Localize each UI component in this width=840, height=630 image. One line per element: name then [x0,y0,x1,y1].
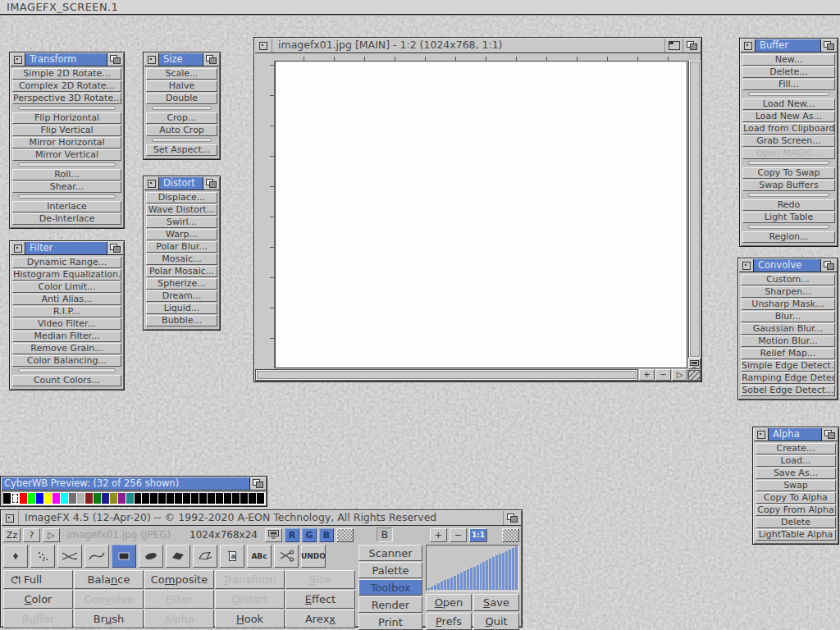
palette-button[interactable]: Open MAGIC... [742,148,835,159]
depth-icon[interactable] [503,511,521,525]
color-swatch[interactable] [240,493,248,504]
zoom-icon[interactable] [664,39,682,52]
palette-button[interactable]: Delete [756,517,836,528]
palette-button[interactable]: Copy To Alpha [756,492,836,504]
titlebar[interactable]: Convolve [739,259,837,272]
palette-button[interactable]: R.I.P... [12,306,121,317]
polygon-tool[interactable] [166,545,190,568]
palette-button[interactable]: Load New... [742,98,835,110]
scissors-tool[interactable] [274,545,299,568]
titlebar[interactable]: ImageFX 4.5 (12-Apr-20) -- © 1992-2020 A… [2,511,521,526]
color-swatch[interactable] [69,493,76,504]
palette-button[interactable]: Load... [756,455,836,467]
palette-button[interactable]: Halve [146,80,217,92]
command-button-scanner[interactable]: Scanner [358,545,422,561]
depth-icon[interactable] [107,242,123,254]
palette-button[interactable]: Set Aspect... [146,144,217,156]
airbrush-tool[interactable] [30,545,55,568]
color-swatch[interactable] [135,493,142,504]
command-button-arexx[interactable]: Arexx [285,609,355,628]
titlebar[interactable]: Distort [144,177,219,190]
dither-button[interactable] [336,528,354,542]
command-button-composite[interactable]: Composite [144,570,214,589]
draw-tool[interactable] [193,545,217,568]
palette-button[interactable]: Color Balancing... [12,355,121,367]
command-button-convolve[interactable]: Convolve [74,590,144,609]
palette-button[interactable]: Roll... [12,169,121,180]
color-swatch[interactable] [94,493,101,504]
command-button-color[interactable]: Color [3,590,73,609]
palette-button[interactable]: Simple 2D Rotate... [12,68,121,80]
color-swatch[interactable] [126,493,134,504]
blue-channel-button[interactable]: B [319,528,334,542]
color-swatch[interactable] [36,493,43,504]
palette-button[interactable]: Interlace [12,201,121,212]
palette-button[interactable]: Load New As... [742,111,835,122]
palette-button[interactable]: Fill... [742,79,835,90]
command-button-full[interactable]: Full [3,570,73,589]
palette-button[interactable]: Mosaic... [146,253,217,265]
color-swatch[interactable] [199,493,207,504]
palette-button[interactable]: Light Table [742,212,835,223]
command-button-transform[interactable]: Transform [215,570,285,589]
palette-button[interactable]: Liquid... [146,303,217,314]
color-swatch[interactable] [208,493,215,504]
color-swatch[interactable] [150,493,158,504]
depth-icon[interactable] [820,39,837,52]
depth-icon[interactable] [203,177,219,189]
run-button[interactable]: ▷ [43,528,60,542]
palette-button[interactable]: Dream... [146,290,217,302]
command-button-print[interactable]: Print [358,614,422,630]
palette-button[interactable]: Displace... [146,192,217,203]
palette-button[interactable]: Complex 2D Rotate... [12,80,121,92]
palette-button[interactable]: Dynamic Range... [12,257,121,268]
palette-button[interactable]: Relief Map... [741,348,835,359]
command-button-balance[interactable]: Balance [74,570,144,589]
palette-button[interactable]: Flip Vertical [12,125,121,136]
color-swatch[interactable] [191,493,199,504]
screen-mode-icon[interactable] [688,358,701,369]
green-channel-button[interactable]: G [302,528,317,542]
close-icon[interactable] [144,53,159,66]
palette-button[interactable]: Flip Horizontal [12,112,121,124]
depth-icon[interactable] [682,39,701,52]
oval-tool[interactable] [139,545,163,568]
color-swatch[interactable] [175,493,182,504]
screen-titlebar[interactable]: IMAGEFX_SCREEN.1 [0,0,840,15]
color-swatch[interactable] [224,493,231,504]
palette-button[interactable]: Swap [756,480,836,491]
palette-button[interactable]: Bubble... [146,315,217,326]
titlebar[interactable]: Filter [11,242,123,255]
palette-button[interactable]: Scale... [146,68,217,80]
color-swatch[interactable] [216,493,223,504]
palette-button[interactable]: Delete... [742,66,835,78]
palette-button[interactable]: Video Filter... [12,318,121,330]
palette-button[interactable]: Median Filter... [12,331,121,342]
palette-button[interactable]: Perspective 3D Rotate... [12,93,121,104]
point-tool[interactable] [3,545,28,568]
palette-button[interactable]: Copy From Alpha [756,504,836,516]
color-swatch[interactable] [183,493,190,504]
palette-button[interactable]: De-Interlace [12,213,121,225]
color-swatch[interactable] [3,493,11,504]
command-button-buffer[interactable]: Buffer [3,609,73,628]
color-swatch[interactable] [85,493,93,504]
palette-button[interactable]: Region... [742,231,835,243]
command-button-open[interactable]: Open [426,594,472,611]
curve-tool[interactable] [84,545,109,568]
palette-button[interactable]: Count Colors... [12,375,121,386]
palette-button[interactable]: Grab Screen... [742,135,835,147]
palette-button[interactable]: Save As... [756,468,836,479]
depth-icon[interactable] [203,53,219,66]
palette-button[interactable]: Polar Blur... [146,241,217,253]
command-button-quit[interactable]: Quit [473,613,519,630]
color-swatch[interactable] [249,493,256,504]
help-button[interactable]: ? [23,528,40,542]
command-button-palette[interactable]: Palette [358,562,422,578]
palette-button[interactable]: Unsharp Mask... [741,299,835,310]
palette-button[interactable]: Redo [742,199,835,211]
command-button-effect[interactable]: Effect [285,590,355,609]
pan-button[interactable]: ▷ [672,369,687,381]
resize-handle[interactable] [688,370,701,381]
color-swatch[interactable] [257,493,264,504]
